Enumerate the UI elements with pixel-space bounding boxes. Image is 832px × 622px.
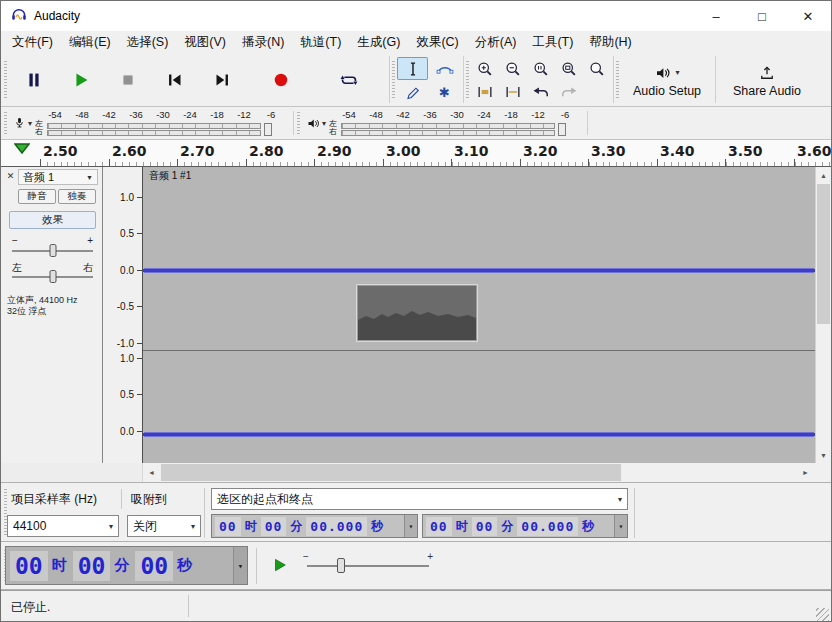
audio-setup-toolbar-grip[interactable] [616,61,619,98]
window-resize-grip[interactable] [816,608,829,621]
pause-button[interactable] [13,58,55,102]
stop-button[interactable] [107,58,149,102]
scroll-right-button[interactable]: ► [797,463,814,482]
playback-meter-clip-indicator [558,123,566,136]
gain-minus-label: − [12,235,18,246]
pan-slider-thumb[interactable] [49,270,56,283]
edit-toolbar-grip[interactable] [466,61,469,98]
mute-button[interactable]: 静音 [18,189,56,204]
scroll-down-button[interactable]: ▼ [816,447,831,463]
horizontal-scrollbar-thumb[interactable] [161,464,621,481]
playback-meter-grip[interactable] [297,112,300,134]
menu-tools[interactable]: 工具(T) [524,31,581,54]
snap-to-combo[interactable]: 关闭 ▾ [127,515,201,537]
vertical-scrollbar-thumb[interactable] [817,184,830,324]
playhead-triangle-icon[interactable] [14,143,30,154]
record-meter[interactable]: ▾ 左 右 -54 -48 -42 -36 -30 -24 -18 -12 -6 [9,108,277,139]
multi-tool-button[interactable]: ✱ [429,81,460,104]
pan-right-label: 右 [83,261,93,275]
skip-to-start-button[interactable] [154,58,196,102]
record-button[interactable] [260,58,302,102]
transport-toolbar-grip[interactable] [4,61,7,98]
gain-slider[interactable]: − + [9,235,96,257]
project-rate-label: 项目采样率 (Hz) [11,491,97,508]
playback-speed-slider[interactable]: − + [303,551,433,578]
menu-effect[interactable]: 效果(C) [408,31,466,54]
redo-button[interactable] [555,80,583,103]
play-at-speed-button[interactable] [265,551,295,578]
fit-project-button[interactable] [555,57,583,80]
envelope-tool-button[interactable] [429,57,460,80]
gain-slider-thumb[interactable] [49,244,56,257]
menu-tracks[interactable]: 轨道(T) [292,31,349,54]
silence-audio-button[interactable] [499,80,527,103]
tools-toolbar-grip[interactable] [392,61,395,98]
track-close-button[interactable]: ✕ [4,169,17,182]
play-button[interactable] [60,58,102,102]
menu-analyze[interactable]: 分析(A) [467,31,525,54]
skip-to-end-button[interactable] [201,58,243,102]
zoom-toggle-button[interactable] [583,57,611,80]
undo-button[interactable] [527,80,555,103]
menu-generate[interactable]: 生成(G) [349,31,408,54]
selection-end-field[interactable]: 00 时 00 分 00.000 秒 ▾ [422,514,628,538]
close-button[interactable]: ✕ [785,1,831,31]
zoom-out-button[interactable] [499,57,527,80]
record-meter-grip[interactable] [4,112,7,134]
scroll-left-button[interactable]: ◄ [143,463,160,482]
waveform-left-channel [143,269,815,272]
timeline-ruler[interactable]: 2.50 2.60 2.70 2.80 2.90 3.00 3.10 3.20 … [1,140,831,167]
selection-start-field[interactable]: 00 时 00 分 00.000 秒 ▾ [211,514,418,538]
audio-setup-button[interactable]: ▾ Audio Setup [621,57,713,104]
status-message: 已停止. [11,599,50,616]
fit-selection-button[interactable] [527,57,555,80]
track-area: ✕ 音频 1 ▼ 静音 独奏 效果 − + 左 右 立体声, 44100 Hz [1,167,831,463]
meter-toolbars: ▾ 左 右 -54 -48 -42 -36 -30 -24 -18 -12 -6 [1,107,831,140]
caret-down-icon[interactable]: ▾ [614,515,627,537]
share-audio-button[interactable]: Share Audio [721,57,813,104]
caret-down-icon: ▾ [675,68,679,77]
horizontal-scrollbar[interactable]: ◄ ► [1,463,831,482]
loop-button[interactable] [329,58,369,102]
caret-down-icon: ▾ [187,522,195,531]
menu-file[interactable]: 文件(F) [4,31,61,54]
scroll-up-button[interactable]: ▲ [816,167,831,183]
toolbar-separator [613,56,614,103]
caret-down-icon[interactable]: ▾ [233,547,247,584]
speed-slider-track[interactable] [307,565,429,567]
selection-mode-combo[interactable]: 选区的起点和终点 ▾ [211,488,628,510]
speed-slider-thumb[interactable] [337,558,345,573]
skip-to-end-icon [211,69,233,91]
skip-to-start-icon [164,69,186,91]
project-rate-combo[interactable]: 44100 ▾ [7,515,119,537]
vertical-scrollbar[interactable]: ▲ ▼ [815,167,831,463]
minimize-button[interactable]: – [693,1,739,31]
menu-help[interactable]: 帮助(H) [581,31,639,54]
trim-audio-button[interactable] [471,80,499,103]
solo-button[interactable]: 独奏 [58,189,96,204]
audio-clip[interactable]: 音频 1 #1 [143,167,815,463]
scrollbar-left-pad [1,463,143,482]
playback-meter[interactable]: ▾ 左 右 -54 -48 -42 -36 -30 -24 -18 -12 -6 [303,108,571,139]
menu-edit[interactable]: 编辑(E) [61,31,119,54]
zoom-in-button[interactable] [471,57,499,80]
track-name-button[interactable]: 音频 1 ▼ [18,169,98,185]
audio-position-display[interactable]: 00 时 00 分 00 秒 ▾ [5,546,248,585]
toolbar-separator [587,111,588,135]
edit-toolbar [471,57,611,103]
caret-down-icon[interactable]: ▾ [404,515,417,537]
draw-tool-button[interactable] [397,81,428,104]
selection-mode-value: 选区的起点和终点 [217,491,313,508]
effects-button[interactable]: 效果 [9,211,96,229]
menu-transport[interactable]: 播录(N) [234,31,292,54]
menu-view[interactable]: 视图(V) [176,31,234,54]
menu-select[interactable]: 选择(S) [119,31,177,54]
caret-down-icon: ▾ [28,119,32,128]
maximize-button[interactable]: □ [739,1,785,31]
play-at-speed-icon [271,556,289,574]
drag-preview-overlay [357,285,477,341]
selection-tool-button[interactable] [397,57,428,80]
pan-slider[interactable]: 左 右 [9,261,96,283]
vertical-ruler[interactable]: 1.0 0.5 0.0 -0.5 -1.0 1.0 0.5 0.0 [103,167,143,463]
audacity-window: Audacity – □ ✕ 文件(F) 编辑(E) 选择(S) 视图(V) 播… [0,0,832,622]
